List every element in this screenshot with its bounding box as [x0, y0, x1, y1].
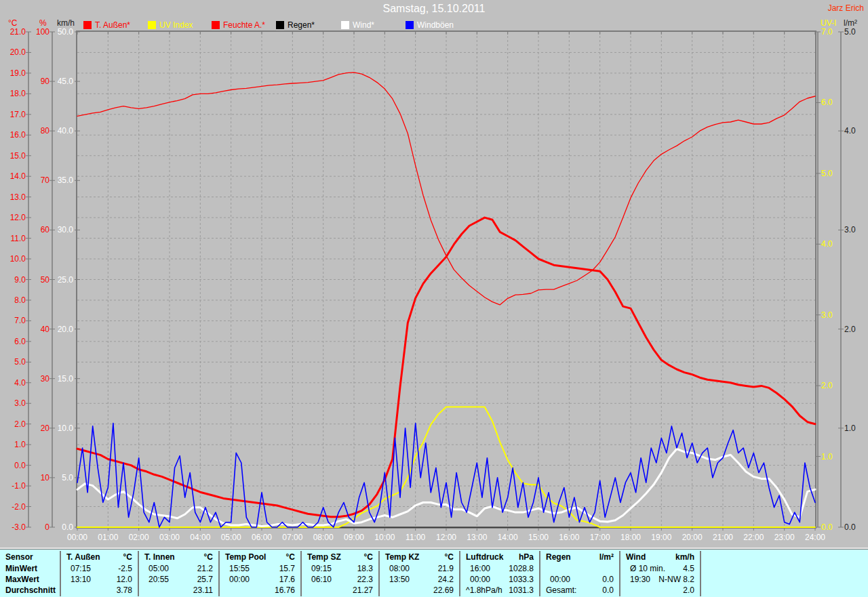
legend-label: Regen* — [288, 20, 315, 30]
stats-sensor-name: T. Außen — [66, 552, 100, 562]
kmh-tick-label: 40.0 — [58, 126, 74, 136]
percent-tick-label: 50 — [41, 275, 50, 285]
celsius-tick-label: -3.0 — [12, 522, 26, 532]
time-tick-label: 23:00 — [774, 533, 795, 542]
uv-tick-label: 2.0 — [821, 381, 833, 390]
stats-min-value: 15.7 — [279, 563, 295, 574]
uv-tick-label: 6.0 — [821, 98, 833, 107]
legend-swatch-icon — [212, 21, 220, 29]
percent-tick-label: 70 — [41, 176, 50, 185]
stats-sensor-unit: °C — [445, 552, 454, 562]
lm2-tick-label: 0.0 — [844, 522, 856, 532]
legend-label: Feuchte A.* — [223, 20, 265, 30]
weather-station-screen: 21.020.019.018.017.016.015.014.013.012.0… — [0, 0, 868, 597]
celsius-tick-label: 3.0 — [14, 398, 26, 408]
uv-tick-label: 7.0 — [821, 27, 833, 37]
lm2-tick-label: 3.0 — [844, 225, 856, 234]
kmh-tick-label: 10.0 — [58, 424, 74, 433]
kmh-axis-header: km/h — [57, 18, 75, 28]
time-tick-label: 17:00 — [590, 533, 610, 542]
kmh-tick-label: 50.0 — [58, 27, 74, 37]
legend-item: UV Index — [148, 20, 193, 30]
watermark-label: Jarz Erich — [828, 3, 864, 13]
time-tick-label: 04:00 — [190, 533, 210, 542]
kmh-tick-label: 20.0 — [58, 325, 74, 334]
celsius-tick-label: 17.0 — [10, 110, 26, 119]
lm2-tick-label: 5.0 — [844, 27, 856, 37]
percent-tick-label: 40 — [41, 325, 50, 334]
celsius-tick-label: 12.0 — [10, 213, 26, 222]
stats-sensor-name: Regen — [546, 552, 571, 562]
celsius-tick-label: 0.0 — [14, 461, 26, 470]
celsius-tick-label: 1.0 — [14, 440, 26, 449]
time-tick-label: 09:00 — [344, 533, 364, 542]
stats-min-time: 09:15 — [311, 563, 332, 574]
stats-sensor-name: Luftdruck — [466, 552, 503, 562]
kmh-tick-label: 0.0 — [62, 522, 73, 532]
kmh-tick-label: 45.0 — [58, 77, 74, 86]
celsius-tick-label: -2.0 — [12, 502, 26, 512]
stats-max-value: 17.6 — [279, 574, 295, 585]
stats-row-label: MinWert — [5, 563, 37, 574]
percent-tick-label: 60 — [41, 225, 50, 234]
celsius-tick-label: 14.0 — [10, 171, 26, 181]
stats-sensor-unit: l/m² — [599, 552, 614, 562]
legend-swatch-icon — [341, 21, 349, 29]
stats-column-separator — [378, 551, 380, 596]
stats-min-value: 1028.8 — [509, 563, 534, 574]
legend-item: Feuchte A.* — [212, 20, 265, 30]
series-line-feuchte-a- — [77, 73, 815, 305]
lm2-tick-label: 2.0 — [844, 325, 856, 334]
time-tick-label: 03:00 — [159, 533, 180, 542]
percent-tick-label: 100 — [36, 27, 50, 37]
percent-tick-label: 80 — [41, 126, 50, 136]
celsius-tick-label: 10.0 — [10, 254, 26, 264]
stats-sensor-unit: °C — [364, 552, 373, 562]
stats-column-separator — [138, 551, 139, 596]
time-tick-label: 20:00 — [682, 533, 703, 542]
celsius-tick-label: 9.0 — [14, 275, 26, 285]
stats-sensor-unit: °C — [286, 552, 295, 562]
uv-tick-label: 3.0 — [821, 310, 833, 320]
lm2-tick-label: 1.0 — [844, 424, 856, 433]
stats-avg-value: 2.0 — [683, 585, 694, 596]
stats-max-value: 22.3 — [357, 574, 373, 585]
time-tick-label: 10:00 — [374, 533, 395, 542]
stats-avg-note: Gesamt: — [546, 585, 576, 596]
time-tick-label: 21:00 — [713, 533, 733, 542]
stats-min-value: 21.2 — [197, 563, 213, 574]
celsius-tick-label: 13.0 — [10, 192, 26, 202]
celsius-tick-label: 6.0 — [14, 337, 26, 346]
stats-min-value: -2.5 — [118, 563, 132, 574]
legend-item: Windböen — [406, 20, 454, 30]
stats-min-value: 21.9 — [438, 563, 454, 574]
time-tick-label: 07:00 — [282, 533, 302, 542]
uv-tick-label: 5.0 — [821, 169, 833, 178]
stats-column-separator — [539, 551, 540, 596]
stats-max-time: 00:00 — [229, 574, 250, 585]
stats-sensor-name: T. Innen — [144, 552, 175, 562]
time-tick-label: 13:00 — [467, 533, 487, 542]
time-tick-label: 15:00 — [528, 533, 549, 542]
celsius-tick-label: 21.0 — [10, 27, 26, 37]
celsius-tick-label: 5.0 — [14, 357, 26, 367]
celsius-tick-label: 2.0 — [14, 419, 26, 429]
stats-min-time: 07:15 — [71, 563, 91, 574]
stats-max-time: 00:00 — [470, 574, 490, 585]
stats-sensor-unit: hPa — [519, 552, 534, 562]
time-tick-label: 22:00 — [743, 533, 764, 542]
time-tick-label: 11:00 — [406, 533, 425, 542]
legend-item: Regen* — [276, 20, 315, 30]
stats-max-time: 19:30 — [630, 574, 650, 585]
percent-tick-label: 20 — [41, 424, 50, 433]
stats-max-value: 24.2 — [438, 574, 454, 585]
time-tick-label: 01:00 — [98, 533, 118, 542]
lm2-tick-label: 4.0 — [844, 126, 856, 136]
time-tick-label: 12:00 — [436, 533, 456, 542]
time-tick-label: 19:00 — [651, 533, 671, 542]
stats-column-separator — [218, 551, 220, 596]
stats-sensor-unit: °C — [204, 552, 213, 562]
stats-table: SensorMinWertMaxWertDurchschnittT. Außen… — [0, 549, 868, 597]
celsius-tick-label: 18.0 — [10, 89, 26, 98]
stats-max-value: 12.0 — [117, 574, 132, 585]
